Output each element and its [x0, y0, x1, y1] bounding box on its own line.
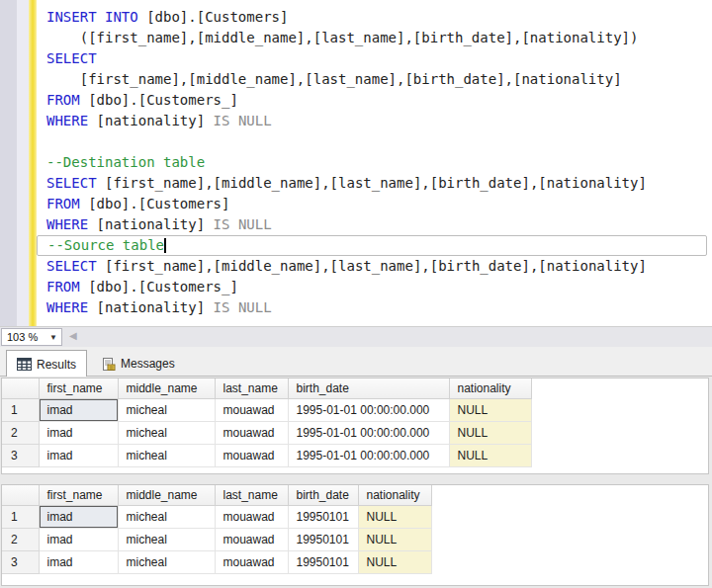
code-line[interactable]: FROM [dbo].[Customers_]	[37, 90, 712, 111]
sql-editor[interactable]: INSERT INTO [dbo].[Customers] ([first_na…	[0, 0, 712, 326]
text-cursor	[164, 238, 166, 253]
grid-cell[interactable]: micheal	[118, 422, 215, 445]
tab-messages-label: Messages	[121, 357, 175, 371]
column-header-nationality[interactable]: nationality	[449, 378, 531, 399]
grid-cell[interactable]: imad	[39, 506, 118, 529]
column-header-middle_name[interactable]: middle_name	[118, 485, 215, 506]
code-line[interactable]	[37, 131, 712, 152]
row-number-cell[interactable]: 1	[2, 506, 39, 529]
column-header-last_name[interactable]: last_name	[215, 378, 288, 399]
code-token: --Source table	[47, 237, 164, 253]
table-row: 2imadmichealmouawad1995-01-01 00:00:00.0…	[2, 422, 531, 445]
corner-header-cell[interactable]	[2, 378, 39, 399]
results-pane: first_namemiddle_namelast_namebirth_date…	[0, 377, 712, 588]
code-area[interactable]: INSERT INTO [dbo].[Customers] ([first_na…	[37, 7, 712, 326]
code-line[interactable]: WHERE [nationality] IS NULL	[37, 297, 712, 318]
code-line[interactable]: SELECT	[37, 48, 712, 69]
code-token: WHERE	[46, 113, 97, 128]
code-token: [first_name],[middle_name],[last_name],[…	[46, 71, 622, 87]
grid-cell[interactable]: imad	[39, 529, 118, 551]
grid-cell[interactable]: imad	[39, 399, 118, 422]
tab-results[interactable]: Results	[6, 350, 87, 378]
grid-cell[interactable]: mouawad	[215, 445, 288, 467]
results-grid-icon	[17, 358, 32, 371]
row-number-cell[interactable]: 2	[2, 422, 39, 445]
grid-cell[interactable]: 19950101	[288, 506, 358, 529]
code-token: INSERT INTO	[46, 9, 146, 25]
code-token: [nationality]	[97, 113, 214, 128]
grid-cell[interactable]: 19950101	[288, 551, 358, 574]
code-line[interactable]: FROM [dbo].[Customers]	[37, 194, 712, 214]
grid-cell[interactable]: mouawad	[215, 551, 288, 574]
results-grid-1: first_namemiddle_namelast_namebirth_date…	[1, 378, 709, 474]
code-line[interactable]: ([first_name],[middle_name],[last_name],…	[37, 28, 712, 48]
code-line[interactable]: [first_name],[middle_name],[last_name],[…	[37, 69, 712, 90]
code-line[interactable]: --Source table	[37, 235, 707, 256]
grid-cell[interactable]: imad	[39, 422, 118, 445]
zoom-value: 103 %	[7, 331, 38, 343]
grid-cell[interactable]: mouawad	[215, 399, 288, 422]
grid-cell[interactable]: NULL	[358, 551, 431, 574]
grid-cell[interactable]: NULL	[449, 422, 531, 445]
column-header-nationality[interactable]: nationality	[358, 485, 431, 506]
editor-hscroll-row: 103 % ▼ ◀	[0, 326, 712, 347]
code-token: FROM	[46, 92, 88, 108]
code-token: FROM	[46, 196, 88, 211]
code-token: SELECT	[46, 258, 105, 274]
grid-cell[interactable]: micheal	[118, 529, 215, 551]
grid-cell[interactable]: NULL	[358, 529, 431, 551]
grid-cell[interactable]: NULL	[449, 445, 531, 467]
scroll-left-icon[interactable]: ◀	[69, 330, 77, 341]
row-number-cell[interactable]: 3	[2, 551, 39, 574]
grid-cell[interactable]: imad	[39, 551, 118, 574]
column-header-first_name[interactable]: first_name	[39, 485, 118, 506]
grid-cell[interactable]: NULL	[449, 399, 531, 422]
row-number-cell[interactable]: 1	[2, 399, 39, 422]
code-token: [dbo].[Customers_]	[88, 92, 238, 108]
code-token: IS NULL	[214, 299, 272, 315]
column-header-first_name[interactable]: first_name	[39, 378, 118, 399]
grid-cell[interactable]: 1995-01-01 00:00:00.000	[288, 399, 449, 422]
code-line[interactable]: SELECT [first_name],[middle_name],[last_…	[37, 256, 712, 277]
column-header-middle_name[interactable]: middle_name	[118, 378, 215, 399]
grid-cell[interactable]: NULL	[358, 506, 431, 529]
chevron-down-icon: ▼	[49, 333, 57, 342]
grid-cell[interactable]: 1995-01-01 00:00:00.000	[288, 422, 449, 445]
code-line[interactable]: --Destination table	[37, 152, 712, 173]
tab-results-label: Results	[37, 358, 76, 372]
code-token: IS NULL	[214, 216, 272, 232]
code-line[interactable]: FROM [dbo].[Customers_]	[37, 277, 712, 297]
grid-cell[interactable]: micheal	[118, 399, 215, 422]
code-token: [dbo].[Customers]	[88, 196, 229, 211]
tab-messages[interactable]: Messages	[91, 351, 185, 377]
grid-cell[interactable]: mouawad	[215, 529, 288, 551]
column-header-birth_date[interactable]: birth_date	[288, 485, 358, 506]
code-token: [nationality]	[97, 216, 214, 232]
code-line[interactable]: SELECT [first_name],[middle_name],[last_…	[37, 173, 712, 194]
grid-cell[interactable]: 1995-01-01 00:00:00.000	[288, 445, 449, 467]
corner-header-cell[interactable]	[2, 485, 39, 506]
grid-cell[interactable]: imad	[39, 445, 118, 467]
row-number-cell[interactable]: 3	[2, 445, 39, 467]
code-token: WHERE	[46, 299, 97, 315]
results-table: first_namemiddle_namelast_namebirth_date…	[2, 485, 432, 574]
code-token: WHERE	[46, 216, 97, 232]
code-token: ([first_name],[middle_name],[last_name],…	[46, 30, 638, 45]
column-header-last_name[interactable]: last_name	[215, 485, 288, 506]
code-token: SELECT	[46, 175, 105, 191]
table-row: 1imadmichealmouawad19950101NULL	[2, 506, 431, 529]
zoom-dropdown[interactable]: 103 % ▼	[1, 328, 62, 346]
column-header-birth_date[interactable]: birth_date	[288, 378, 449, 399]
grid-cell[interactable]: 19950101	[288, 529, 358, 551]
code-line[interactable]: INSERT INTO [dbo].[Customers]	[37, 7, 712, 28]
grid-cell[interactable]: micheal	[118, 445, 215, 467]
grid-cell[interactable]: micheal	[118, 551, 215, 574]
grid-cell[interactable]: mouawad	[215, 506, 288, 529]
row-number-cell[interactable]: 2	[2, 529, 39, 551]
grid-cell[interactable]: micheal	[118, 506, 215, 529]
code-line[interactable]: WHERE [nationality] IS NULL	[37, 111, 712, 131]
code-token: [dbo].[Customers]	[146, 9, 288, 25]
grid-cell[interactable]: mouawad	[215, 422, 288, 445]
code-line[interactable]: WHERE [nationality] IS NULL	[37, 214, 712, 235]
table-row: 1imadmichealmouawad1995-01-01 00:00:00.0…	[2, 399, 531, 422]
